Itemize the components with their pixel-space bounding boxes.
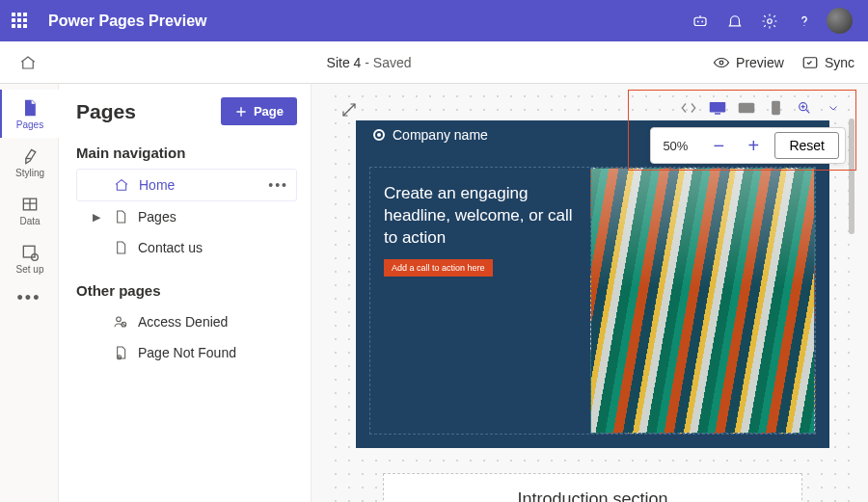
company-name-text: Company name xyxy=(393,127,488,143)
svg-rect-0 xyxy=(694,17,706,25)
preview-label: Preview xyxy=(736,55,784,70)
user-avatar[interactable] xyxy=(822,0,856,41)
design-canvas: 50% − + Reset Company name Create an eng… xyxy=(312,84,868,502)
section-main-nav: Main navigation xyxy=(76,145,297,161)
svg-rect-8 xyxy=(23,246,35,257)
code-view-icon[interactable] xyxy=(680,99,697,117)
nav-label: Home xyxy=(139,177,175,193)
rail-label: Styling xyxy=(15,168,44,178)
svg-point-3 xyxy=(768,18,773,23)
site-name: Site 4 xyxy=(327,55,362,70)
chevron-right-icon[interactable]: ▶ xyxy=(90,211,103,224)
rail-setup[interactable]: Set up xyxy=(0,234,59,282)
zoom-out-button[interactable]: − xyxy=(705,132,732,159)
svg-point-5 xyxy=(719,61,723,65)
copilot-icon[interactable] xyxy=(683,0,718,41)
sync-label: Sync xyxy=(825,55,854,70)
sync-button[interactable]: Sync xyxy=(801,54,854,71)
hero-text-block[interactable]: Create an engaging headline, welcome, or… xyxy=(370,168,590,434)
resize-diagonal-icon[interactable] xyxy=(340,101,358,121)
svg-rect-13 xyxy=(710,102,726,113)
zoom-toolbar-highlight: 50% − + Reset xyxy=(628,90,856,171)
add-page-button[interactable]: Page xyxy=(221,97,297,125)
svg-point-4 xyxy=(803,24,804,25)
nav-label: Access Denied xyxy=(138,314,228,330)
home-icon[interactable] xyxy=(14,54,42,71)
hero-cta-button[interactable]: Add a call to action here xyxy=(384,259,493,277)
add-page-label: Page xyxy=(254,104,284,119)
item-more-icon[interactable]: ••• xyxy=(268,177,288,193)
intro-title: Introduction section xyxy=(413,489,773,502)
nav-label: Page Not Found xyxy=(138,345,236,360)
app-launcher-icon[interactable] xyxy=(12,13,29,30)
notifications-icon[interactable] xyxy=(718,0,752,41)
rail-label: Data xyxy=(19,216,40,226)
section-other-pages: Other pages xyxy=(76,282,297,299)
nav-item-not-found[interactable]: Page Not Found xyxy=(76,337,297,368)
zoom-control: 50% − + Reset xyxy=(650,127,846,164)
svg-rect-14 xyxy=(715,113,720,115)
svg-rect-15 xyxy=(739,103,755,114)
app-title: Power Pages Preview xyxy=(48,13,207,30)
zoom-value: 50% xyxy=(663,139,688,153)
settings-icon[interactable] xyxy=(752,0,787,41)
panel-title: Pages xyxy=(76,100,136,123)
svg-point-10 xyxy=(117,317,122,322)
zoom-icon[interactable] xyxy=(796,99,813,117)
mobile-view-icon[interactable] xyxy=(767,99,784,117)
nav-item-pages[interactable]: ▶ Pages xyxy=(76,201,297,232)
tablet-landscape-icon[interactable] xyxy=(738,99,755,117)
preview-button[interactable]: Preview xyxy=(713,54,784,71)
nav-item-access-denied[interactable]: Access Denied xyxy=(76,306,297,337)
intro-section[interactable]: Introduction section Create a short para… xyxy=(383,473,802,502)
command-bar: Site 4 - Saved Preview Sync xyxy=(0,41,868,84)
workspace: Pages Styling Data Set up ••• Pages Page… xyxy=(0,84,868,502)
site-status: Site 4 - Saved xyxy=(42,55,695,70)
chevron-down-icon[interactable] xyxy=(825,99,842,117)
svg-point-2 xyxy=(701,20,703,22)
nav-label: Pages xyxy=(138,209,176,225)
zoom-in-button[interactable]: + xyxy=(740,132,767,159)
save-status: - Saved xyxy=(361,55,411,70)
svg-rect-16 xyxy=(772,101,780,116)
rail-label: Set up xyxy=(16,264,44,275)
app-header: Power Pages Preview xyxy=(0,0,868,41)
help-icon[interactable] xyxy=(787,0,822,41)
pages-panel: Pages Page Main navigation Home ••• ▶ Pa… xyxy=(59,84,312,502)
hero-image-placeholder[interactable] xyxy=(590,168,815,434)
radio-selected-icon xyxy=(373,129,385,141)
left-rail: Pages Styling Data Set up ••• xyxy=(0,84,59,502)
nav-label: Contact us xyxy=(138,240,203,255)
company-name-row[interactable]: Company name xyxy=(373,127,488,143)
nav-item-home[interactable]: Home ••• xyxy=(76,169,297,201)
desktop-view-icon[interactable] xyxy=(709,99,726,117)
nav-item-contact[interactable]: Contact us xyxy=(76,232,297,263)
rail-styling[interactable]: Styling xyxy=(0,138,59,186)
rail-more-icon[interactable]: ••• xyxy=(17,288,41,308)
hero-headline: Create an engaging headline, welcome, or… xyxy=(384,183,579,250)
zoom-reset-button[interactable]: Reset xyxy=(774,132,839,159)
rail-label: Pages xyxy=(16,119,43,130)
rail-data[interactable]: Data xyxy=(0,186,59,234)
hero-body: Create an engaging headline, welcome, or… xyxy=(369,167,816,435)
svg-point-1 xyxy=(697,20,699,22)
rail-pages[interactable]: Pages xyxy=(0,90,59,138)
